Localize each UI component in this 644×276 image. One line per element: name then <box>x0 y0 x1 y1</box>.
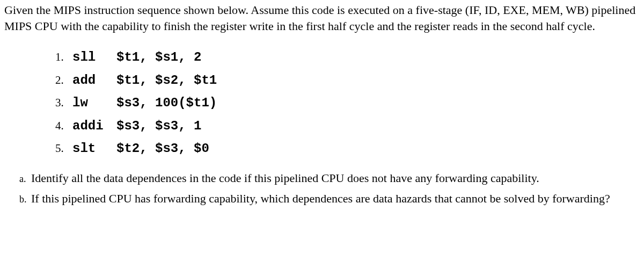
question-text: If this pipelined CPU has forwarding cap… <box>31 191 610 207</box>
questions-list: a. Identify all the data dependences in … <box>4 170 640 206</box>
code-line-2: 2. add $t1, $s2, $t1 <box>55 72 640 89</box>
line-number: 1. <box>55 49 70 64</box>
opcode: addi <box>72 118 116 135</box>
opcode: slt <box>72 140 116 157</box>
opcode: sll <box>72 49 116 66</box>
question-letter: b. <box>19 193 31 206</box>
question-a: a. Identify all the data dependences in … <box>19 170 640 186</box>
problem-intro: Given the MIPS instruction sequence show… <box>4 2 640 34</box>
operands: $t2, $s3, $0 <box>116 140 209 157</box>
opcode: add <box>72 72 116 89</box>
opcode: lw <box>72 95 116 112</box>
code-line-3: 3. lw $s3, 100($t1) <box>55 95 640 112</box>
line-number: 4. <box>55 118 70 133</box>
code-line-4: 4. addi $s3, $s3, 1 <box>55 118 640 135</box>
line-number: 5. <box>55 141 70 156</box>
operands: $t1, $s2, $t1 <box>116 72 217 89</box>
question-b: b. If this pipelined CPU has forwarding … <box>19 191 640 207</box>
operands: $s3, $s3, 1 <box>116 118 201 135</box>
code-block: 1. sll $t1, $s1, 2 2. add $t1, $s2, $t1 … <box>55 49 640 157</box>
line-number: 3. <box>55 95 70 110</box>
code-line-1: 1. sll $t1, $s1, 2 <box>55 49 640 66</box>
line-number: 2. <box>55 72 70 88</box>
code-line-5: 5. slt $t2, $s3, $0 <box>55 140 640 157</box>
operands: $t1, $s1, 2 <box>116 49 201 66</box>
question-text: Identify all the data dependences in the… <box>31 170 539 186</box>
question-letter: a. <box>19 172 31 185</box>
operands: $s3, 100($t1) <box>116 95 217 112</box>
